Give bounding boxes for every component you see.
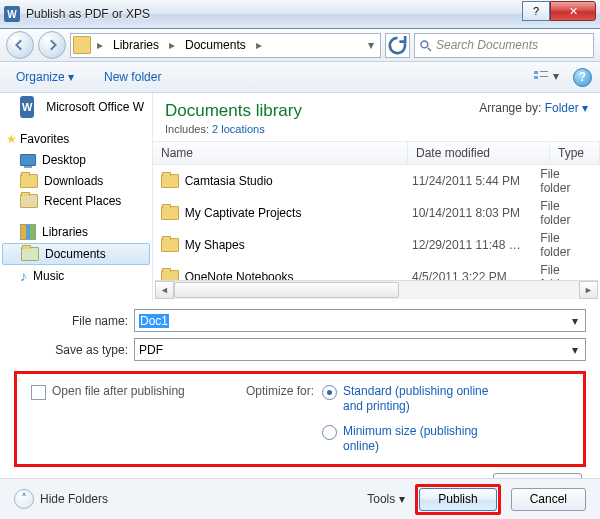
footer: ˄ Hide Folders Tools ▾ Publish Cancel bbox=[0, 478, 600, 519]
search-placeholder: Search Documents bbox=[436, 38, 538, 52]
libraries-header[interactable]: Libraries bbox=[0, 221, 152, 243]
optimize-minimum-label[interactable]: Minimum size (publishing online) bbox=[343, 424, 493, 454]
chevron-down-icon: ▾ bbox=[399, 492, 405, 506]
scroll-thumb[interactable] bbox=[174, 282, 399, 298]
libraries-icon bbox=[20, 224, 36, 240]
col-type[interactable]: Type bbox=[550, 142, 600, 164]
optimize-standard-radio[interactable] bbox=[322, 385, 337, 400]
scroll-left-button[interactable]: ◄ bbox=[155, 281, 174, 299]
search-icon bbox=[419, 39, 432, 52]
tools-dropdown[interactable]: Tools ▾ bbox=[367, 492, 405, 506]
list-item[interactable]: Camtasia Studio11/24/2011 5:44 PMFile fo… bbox=[153, 165, 600, 197]
horizontal-scrollbar[interactable]: ◄ ► bbox=[155, 280, 598, 299]
svg-rect-4 bbox=[540, 76, 548, 77]
tree-item-recent[interactable]: Recent Places bbox=[0, 191, 152, 211]
publish-options-panel: Open file after publishing Optimize for:… bbox=[14, 371, 586, 467]
folder-icon bbox=[20, 174, 38, 188]
body-area: WMicrosoft Office W Favorites Desktop Do… bbox=[0, 93, 600, 301]
publish-button[interactable]: Publish bbox=[419, 488, 496, 511]
organize-button[interactable]: Organize ▾ bbox=[8, 66, 82, 88]
saveas-value: PDF bbox=[139, 343, 163, 357]
folder-icon bbox=[161, 206, 179, 220]
window-controls: ? ✕ bbox=[522, 1, 596, 21]
svg-rect-3 bbox=[540, 71, 548, 72]
tree-item-desktop[interactable]: Desktop bbox=[0, 149, 152, 171]
arrange-dropdown[interactable]: Folder ▾ bbox=[545, 101, 588, 115]
saveas-label: Save as type: bbox=[50, 343, 128, 357]
recent-icon bbox=[20, 194, 38, 208]
folder-icon bbox=[161, 238, 179, 252]
list-item[interactable]: My Captivate Projects10/14/2011 8:03 PMF… bbox=[153, 197, 600, 229]
music-icon: ♪ bbox=[20, 268, 27, 284]
file-fields: File name: Doc1 ▾ Save as type: PDF ▾ bbox=[0, 301, 600, 371]
chevron-down-icon[interactable]: ▾ bbox=[566, 312, 583, 329]
help-icon[interactable]: ? bbox=[573, 68, 592, 87]
back-button[interactable] bbox=[6, 31, 34, 59]
hide-folders-button[interactable]: ˄ Hide Folders bbox=[14, 489, 108, 509]
optimize-label: Optimize for: bbox=[246, 384, 314, 454]
open-after-label: Open file after publishing bbox=[52, 384, 185, 398]
word-app-icon: W bbox=[4, 6, 20, 22]
tree-item-documents[interactable]: Documents bbox=[2, 243, 150, 265]
optimize-standard-label[interactable]: Standard (publishing online and printing… bbox=[343, 384, 493, 414]
filename-input[interactable]: Doc1 ▾ bbox=[134, 309, 586, 332]
app-shortcut[interactable]: WMicrosoft Office W bbox=[0, 93, 152, 121]
chevron-right-icon[interactable]: ▸ bbox=[252, 38, 266, 52]
breadcrumb[interactable]: ▸ Libraries ▸ Documents ▸ ▾ bbox=[70, 33, 381, 58]
scroll-right-button[interactable]: ► bbox=[579, 281, 598, 299]
folder-icon bbox=[161, 174, 179, 188]
folder-icon bbox=[161, 270, 179, 280]
folder-icon bbox=[73, 36, 91, 54]
desktop-icon bbox=[20, 154, 36, 166]
includes-link[interactable]: 2 locations bbox=[212, 123, 265, 135]
chevron-right-icon[interactable]: ▸ bbox=[93, 38, 107, 52]
chevron-down-icon[interactable]: ▾ bbox=[364, 38, 378, 52]
window-title: Publish as PDF or XPS bbox=[26, 7, 522, 21]
open-after-checkbox[interactable] bbox=[31, 385, 46, 400]
content-area: Documents library Includes: 2 locations … bbox=[153, 93, 600, 301]
close-button[interactable]: ✕ bbox=[550, 1, 596, 21]
chevron-right-icon[interactable]: ▸ bbox=[165, 38, 179, 52]
tree-item-music[interactable]: ♪Music bbox=[0, 265, 152, 287]
documents-icon bbox=[21, 247, 39, 261]
includes-label: Includes: bbox=[165, 123, 209, 135]
new-folder-button[interactable]: New folder bbox=[96, 66, 169, 88]
saveas-dropdown[interactable]: PDF ▾ bbox=[134, 338, 586, 361]
cancel-button[interactable]: Cancel bbox=[511, 488, 586, 511]
forward-button[interactable] bbox=[38, 31, 66, 59]
favorites-header[interactable]: Favorites bbox=[0, 129, 152, 149]
dialog-window: W Publish as PDF or XPS ? ✕ ▸ Libraries … bbox=[0, 0, 600, 519]
crumb-documents[interactable]: Documents bbox=[181, 36, 250, 54]
nav-bar: ▸ Libraries ▸ Documents ▸ ▾ Search Docum… bbox=[0, 29, 600, 62]
svg-point-0 bbox=[421, 40, 428, 47]
col-date[interactable]: Date modified bbox=[408, 142, 550, 164]
list-item[interactable]: My Shapes12/29/2011 11:48 …File folder bbox=[153, 229, 600, 261]
list-item[interactable]: OneNote Notebooks4/5/2011 3:22 PMFile fo… bbox=[153, 261, 600, 280]
filename-label: File name: bbox=[50, 314, 128, 328]
col-name[interactable]: Name bbox=[153, 142, 408, 164]
chevron-up-icon: ˄ bbox=[14, 489, 34, 509]
title-bar[interactable]: W Publish as PDF or XPS ? ✕ bbox=[0, 0, 600, 29]
tree-item-downloads[interactable]: Downloads bbox=[0, 171, 152, 191]
filename-value: Doc1 bbox=[139, 314, 169, 328]
toolbar: Organize ▾ New folder ▾ ? bbox=[0, 62, 600, 93]
column-headers[interactable]: Name Date modified Type bbox=[153, 141, 600, 165]
arrange-label: Arrange by: bbox=[479, 101, 541, 115]
svg-rect-2 bbox=[534, 76, 538, 79]
scroll-track[interactable] bbox=[174, 282, 579, 298]
word-icon: W bbox=[20, 96, 34, 118]
refresh-button[interactable] bbox=[385, 33, 410, 58]
help-button[interactable]: ? bbox=[522, 1, 550, 21]
search-input[interactable]: Search Documents bbox=[414, 33, 594, 58]
svg-rect-1 bbox=[534, 71, 538, 74]
view-mode-button[interactable]: ▾ bbox=[533, 69, 559, 85]
optimize-minimum-radio[interactable] bbox=[322, 425, 337, 440]
crumb-libraries[interactable]: Libraries bbox=[109, 36, 163, 54]
file-list[interactable]: Camtasia Studio11/24/2011 5:44 PMFile fo… bbox=[153, 165, 600, 280]
nav-tree[interactable]: WMicrosoft Office W Favorites Desktop Do… bbox=[0, 93, 153, 301]
chevron-down-icon[interactable]: ▾ bbox=[566, 341, 583, 358]
